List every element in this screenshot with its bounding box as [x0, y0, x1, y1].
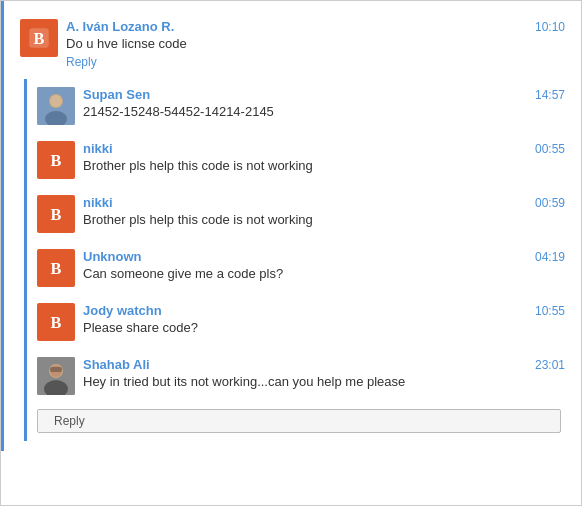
supan-avatar	[37, 87, 75, 125]
nested-comment: B nikki 00:55 Brother pls help this code…	[27, 133, 571, 187]
svg-text:B: B	[51, 152, 62, 170]
top-reply-link[interactable]: Reply	[66, 55, 97, 69]
unknown-text: Can someone give me a code pls?	[83, 266, 565, 281]
top-comment: B A. Iván Lozano R. 10:10 Do u hve licns…	[14, 11, 571, 73]
nikki2-comment-header: nikki 00:59	[83, 195, 565, 210]
supan-timestamp: 14:57	[535, 88, 565, 102]
unknown-comment-header: Unknown 04:19	[83, 249, 565, 264]
svg-text:B: B	[51, 314, 62, 332]
jody-author: Jody watchn	[83, 303, 162, 318]
jody-comment-body: Jody watchn 10:55 Please share code?	[83, 303, 565, 335]
svg-rect-14	[50, 367, 62, 372]
jody-timestamp: 10:55	[535, 304, 565, 318]
nikki1-text: Brother pls help this code is not workin…	[83, 158, 565, 173]
supan-comment-header: Supan Sen 14:57	[83, 87, 565, 102]
nikki2-timestamp: 00:59	[535, 196, 565, 210]
comment-section: B A. Iván Lozano R. 10:10 Do u hve licns…	[1, 1, 581, 451]
shahab-text: Hey in tried but its not working...can y…	[83, 374, 565, 389]
top-comment-header: A. Iván Lozano R. 10:10	[66, 19, 565, 34]
nested-comment: B Unknown 04:19 Can someone give me a co…	[27, 241, 571, 295]
nested-comment: Shahab Ali 23:01 Hey in tried but its no…	[27, 349, 571, 403]
nested-comments: Supan Sen 14:57 21452-15248-54452-14214-…	[24, 79, 571, 441]
svg-point-5	[50, 95, 62, 107]
shahab-comment-body: Shahab Ali 23:01 Hey in tried but its no…	[83, 357, 565, 389]
supan-text: 21452-15248-54452-14214-2145	[83, 104, 565, 119]
shahab-avatar	[37, 357, 75, 395]
nikki1-comment-header: nikki 00:55	[83, 141, 565, 156]
nikki2-avatar: B	[37, 195, 75, 233]
unknown-timestamp: 04:19	[535, 250, 565, 264]
nikki2-text: Brother pls help this code is not workin…	[83, 212, 565, 227]
jody-text: Please share code?	[83, 320, 565, 335]
supan-comment-body: Supan Sen 14:57 21452-15248-54452-14214-…	[83, 87, 565, 119]
unknown-avatar: B	[37, 249, 75, 287]
top-comment-author: A. Iván Lozano R.	[66, 19, 174, 34]
shahab-author: Shahab Ali	[83, 357, 150, 372]
shahab-timestamp: 23:01	[535, 358, 565, 372]
jody-comment-header: Jody watchn 10:55	[83, 303, 565, 318]
nikki1-timestamp: 00:55	[535, 142, 565, 156]
supan-author: Supan Sen	[83, 87, 150, 102]
nested-comment: B Jody watchn 10:55 Please share code?	[27, 295, 571, 349]
top-comment-body: A. Iván Lozano R. 10:10 Do u hve licnse …	[66, 19, 565, 69]
unknown-author: Unknown	[83, 249, 142, 264]
svg-text:B: B	[51, 260, 62, 278]
nested-comment: Supan Sen 14:57 21452-15248-54452-14214-…	[27, 79, 571, 133]
top-comment-text: Do u hve licnse code	[66, 36, 565, 51]
top-comment-avatar: B	[20, 19, 58, 57]
nikki2-comment-body: nikki 00:59 Brother pls help this code i…	[83, 195, 565, 227]
shahab-comment-header: Shahab Ali 23:01	[83, 357, 565, 372]
nikki2-author: nikki	[83, 195, 113, 210]
nikki1-comment-body: nikki 00:55 Brother pls help this code i…	[83, 141, 565, 173]
nikki1-author: nikki	[83, 141, 113, 156]
reply-button[interactable]: Reply	[37, 409, 561, 433]
nested-comment: B nikki 00:59 Brother pls help this code…	[27, 187, 571, 241]
unknown-comment-body: Unknown 04:19 Can someone give me a code…	[83, 249, 565, 281]
reply-button-container: Reply	[27, 403, 571, 441]
svg-text:B: B	[34, 30, 45, 48]
nikki1-avatar: B	[37, 141, 75, 179]
jody-avatar: B	[37, 303, 75, 341]
top-comment-timestamp: 10:10	[535, 20, 565, 34]
svg-text:B: B	[51, 206, 62, 224]
